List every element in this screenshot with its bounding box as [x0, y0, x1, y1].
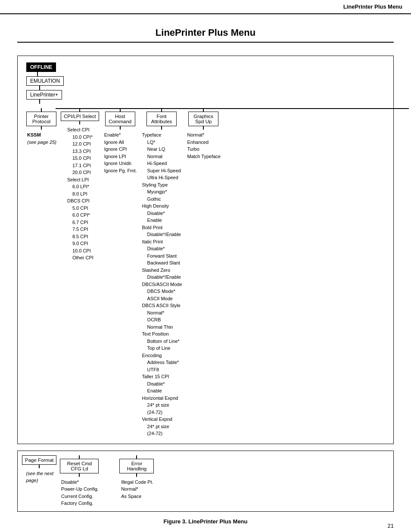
header-title: LinePrinter Plus Menu	[343, 3, 402, 10]
item: DBCS ASCII Style	[142, 302, 182, 309]
item: Slashed Zero	[142, 267, 182, 274]
emulation-node: EMULATION	[26, 76, 64, 86]
item: Hi-Speed	[142, 160, 182, 167]
item: Gothic	[142, 196, 182, 203]
v-conn-2b	[79, 121, 80, 124]
col-items-error: Illegal Code Pt. Normal* As Space	[120, 479, 153, 500]
item: 24* pt size	[142, 401, 182, 409]
item: 13.3 CPI	[67, 148, 93, 155]
item: Backward Slant	[142, 259, 182, 267]
item: Disable*/Enable	[142, 231, 182, 238]
col-header-reset: Reset CmdCFG Ld	[60, 459, 99, 473]
item: 8.5 CPI	[67, 233, 93, 240]
item: Enable	[142, 387, 182, 395]
item: Typeface	[142, 131, 182, 139]
col-items-printer: KSSM (see page 25)	[26, 131, 56, 146]
h-connector-line	[56, 108, 409, 109]
col-error-handling: ErrorHandling Illegal Code Pt. Normal* A…	[119, 455, 154, 500]
item: 12.0 CPI	[67, 140, 93, 148]
item: Normal*	[142, 309, 182, 317]
item: Factory Config.	[61, 500, 99, 507]
item: KSSM	[27, 131, 56, 139]
item: 10.0 CPI*	[67, 134, 93, 141]
v-conn-1	[41, 108, 42, 112]
item: Ultra Hi-Speed	[142, 174, 182, 181]
item: Vertical Expnd	[142, 416, 182, 423]
item: 6.0 LPI*	[67, 183, 93, 190]
columns-row: PrinterProtocol KSSM (see page 25) CPI/L…	[26, 108, 389, 437]
item: 20.0 CPI	[67, 169, 93, 176]
item: Forward Slant	[142, 252, 182, 260]
item: Encoding	[142, 352, 182, 359]
top-nodes: OFFLINE EMULATION LinePrinter+	[26, 62, 389, 104]
item: OCRB	[142, 316, 182, 324]
v-conn-5b	[203, 126, 204, 130]
col-items-font: Typeface LQ* Near LQ Normal Hi-Speed Sup…	[141, 131, 182, 437]
item: 15.0 CPI	[67, 155, 93, 162]
item: Ignore Unidir.	[104, 160, 137, 167]
item: Top of Line	[142, 345, 182, 352]
v-conn-rc	[79, 455, 80, 459]
col-header-font: FontAttributes	[146, 112, 177, 126]
item: DBCS CPI	[67, 197, 93, 205]
item: Other CPI	[67, 254, 93, 261]
figure-caption: Figure 3. LinePrinter Plus Menu	[17, 518, 394, 525]
item: 5.0 CPI	[67, 205, 93, 212]
item: UTF8	[142, 366, 182, 373]
item: Enable*	[104, 131, 137, 139]
item: 17.1 CPI	[67, 162, 93, 169]
bottom-section: Page Format (see the next page) Reset Cm…	[17, 451, 394, 512]
item: Styling Type	[142, 181, 182, 189]
item: Enable	[142, 217, 182, 224]
columns-area: PrinterProtocol KSSM (see page 25) CPI/L…	[26, 108, 389, 437]
item: Ignore Pg. Fmt.	[104, 167, 137, 174]
item: 24* pt size	[142, 423, 182, 430]
v-conn-3b	[120, 126, 121, 130]
item: Disable*	[142, 210, 182, 217]
col-font-attributes: FontAttributes Typeface LQ* Near LQ Norm…	[141, 108, 182, 437]
item: (24-72)	[142, 409, 182, 416]
col-note-page-format: (see the next page)	[25, 470, 53, 484]
col-cpi-lpi: CPI/LPI Select Select CPI 10.0 CPI* 12.0…	[61, 108, 99, 261]
item: (see page 25)	[27, 139, 56, 146]
item: As Space	[121, 493, 153, 500]
v-conn-1b	[41, 126, 42, 130]
item: (24-72)	[142, 430, 182, 437]
col-page-format: Page Format (see the next page)	[22, 455, 56, 484]
item: 6.0 CPI*	[67, 212, 93, 219]
item: Horizontal Expnd	[142, 395, 182, 402]
item: 10.0 CPI	[67, 247, 93, 255]
item: Bold Print	[142, 224, 182, 231]
item: Normal	[142, 153, 182, 160]
col-header-graphics: GraphicsSpd Up	[188, 112, 218, 126]
col-items-cpi: Select CPI 10.0 CPI* 12.0 CPI 13.3 CPI 1…	[66, 126, 93, 261]
item: Address Table*	[142, 359, 182, 366]
item: DBCS Mode*	[142, 288, 182, 295]
lineprinter-node: LinePrinter+	[26, 90, 62, 100]
item: Ignore LPI	[104, 153, 137, 160]
col-items-host: Enable* Ignore All Ignore CPI Ignore LPI…	[103, 131, 137, 174]
col-header-cpi: CPI/LPI Select	[61, 112, 99, 121]
item: Disable*/Enable	[142, 274, 182, 281]
item: page)	[26, 477, 53, 484]
item: 6.7 CPI	[67, 219, 93, 226]
item: Text Position	[142, 330, 182, 338]
page-number: 21	[388, 523, 394, 529]
item: High Density	[142, 202, 182, 210]
item: Select CPI	[67, 126, 93, 134]
col-graphics: GraphicsSpd Up Normal* Enhanced Turbo Ma…	[187, 108, 221, 160]
item: Power-Up Config.	[61, 485, 99, 493]
col-host-command: HostCommand Enable* Ignore All Ignore CP…	[103, 108, 137, 174]
item: Current Config.	[61, 493, 99, 500]
col-header-printer: PrinterProtocol	[26, 112, 56, 126]
item: Normal Thin	[142, 324, 182, 331]
v-conn-rcb	[79, 473, 80, 477]
col-printer-protocol: PrinterProtocol KSSM (see page 25)	[26, 108, 56, 146]
item: Ignore CPI	[104, 146, 137, 153]
item: 7.5 CPI	[67, 226, 93, 233]
item: 9.0 CPI	[67, 240, 93, 247]
col-items-reset: Disable* Power-Up Config. Current Config…	[60, 479, 99, 507]
item: LQ*	[142, 139, 182, 146]
item: Myungjo*	[142, 188, 182, 196]
page-header: LinePrinter Plus Menu	[0, 0, 411, 14]
